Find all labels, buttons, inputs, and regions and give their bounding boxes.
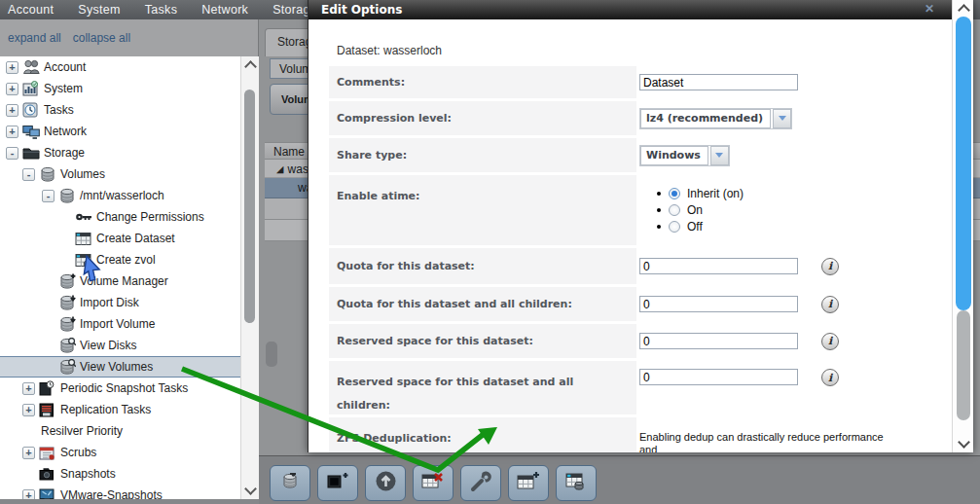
dropdown-arrow-icon[interactable] bbox=[773, 109, 791, 128]
menu-item-system[interactable]: System bbox=[78, 3, 120, 17]
menu-item-account[interactable]: Account bbox=[8, 3, 54, 17]
tree-item-scrubs[interactable]: +Scrubs bbox=[0, 442, 240, 463]
scroll-down-icon[interactable] bbox=[244, 483, 257, 495]
tree-item-label: Volume Manager bbox=[80, 274, 168, 288]
field-label-cell: Compression level: bbox=[329, 101, 636, 135]
change-permissions-button[interactable] bbox=[270, 465, 310, 501]
scroll-up-icon[interactable] bbox=[244, 60, 257, 73]
compression-level-select[interactable]: lz4 (recommended) bbox=[639, 108, 792, 129]
tree-item-replication-tasks[interactable]: +Replication Tasks bbox=[0, 399, 240, 420]
create-dataset-button[interactable] bbox=[508, 465, 549, 501]
radio-button[interactable] bbox=[669, 221, 680, 233]
field-control: i bbox=[639, 361, 839, 414]
tree-item-label: Resilver Priority bbox=[41, 424, 123, 438]
reserved-space-for-this-dataset-input[interactable] bbox=[639, 333, 798, 349]
sidebar-bottom-strip bbox=[0, 499, 259, 504]
expand-icon[interactable]: + bbox=[22, 447, 35, 459]
tree-item-volume-manager[interactable]: Volume Manager bbox=[0, 270, 240, 292]
quota-for-this-dataset-and-all-children-input[interactable] bbox=[639, 296, 798, 312]
radio-button-selected[interactable] bbox=[669, 188, 680, 199]
tree-item-periodic-snapshot-tasks[interactable]: +Periodic Snapshot Tasks bbox=[0, 378, 240, 399]
page-clock-icon bbox=[39, 380, 58, 396]
dialog-scrollbar-secondary-thumb[interactable] bbox=[957, 310, 970, 420]
tree-item-storage[interactable]: -Storage bbox=[0, 142, 240, 163]
expand-icon[interactable]: + bbox=[22, 382, 35, 395]
close-icon[interactable]: ✕ bbox=[925, 2, 934, 16]
edit-options-form: Comments:Compression level:lz4 (recommen… bbox=[309, 66, 952, 452]
dialog-header[interactable]: Edit Options ✕ bbox=[309, 0, 952, 19]
field-label: Enable atime: bbox=[329, 175, 601, 208]
menu-item-tasks[interactable]: Tasks bbox=[145, 3, 177, 17]
expand-icon[interactable]: + bbox=[6, 126, 18, 138]
bottom-toolbar bbox=[259, 455, 980, 504]
info-icon[interactable]: i bbox=[821, 296, 839, 313]
sidebar-scrollbar-thumb[interactable] bbox=[244, 90, 255, 323]
info-icon[interactable]: i bbox=[821, 333, 839, 350]
tree-item-view-volumes[interactable]: View Volumes bbox=[0, 356, 240, 378]
grid-scrollbar-thumb[interactable] bbox=[266, 342, 277, 367]
expand-icon[interactable]: + bbox=[6, 104, 18, 117]
menu-item-network[interactable]: Network bbox=[201, 3, 248, 17]
tree-item-label: Create Dataset bbox=[96, 232, 175, 245]
tree-item-create-zvol[interactable]: Create zvol bbox=[0, 249, 240, 270]
destroy-dataset-button[interactable] bbox=[413, 465, 454, 501]
radio-option-off[interactable]: Off bbox=[639, 218, 744, 234]
field-control: i bbox=[639, 287, 839, 321]
quota-for-this-dataset-input[interactable] bbox=[639, 258, 798, 274]
form-row-zfs-deduplication: ZFS Deduplication:Enabling dedup can dra… bbox=[309, 417, 952, 452]
scroll-up-icon[interactable] bbox=[958, 4, 970, 17]
selected-value: Windows bbox=[640, 146, 708, 165]
tree-item-import-volume[interactable]: Import Volume bbox=[0, 313, 240, 335]
sidebar-scrollbar[interactable] bbox=[240, 56, 259, 499]
sidebar-header: expand all collapse all bbox=[0, 19, 258, 56]
collapse-icon[interactable]: - bbox=[22, 168, 35, 181]
tree-item-label: Create zvol bbox=[96, 253, 156, 267]
tree-item-account[interactable]: +Account bbox=[0, 56, 240, 78]
tree-item-vmware-snapshots[interactable]: +VMware-Snapshots bbox=[0, 485, 240, 499]
expand-icon[interactable]: + bbox=[22, 489, 35, 500]
radio-button[interactable] bbox=[669, 204, 680, 216]
radio-option-on[interactable]: On bbox=[639, 201, 744, 218]
scroll-down-icon[interactable] bbox=[958, 436, 970, 449]
list-bullet bbox=[657, 225, 661, 229]
expand-icon[interactable]: + bbox=[6, 83, 18, 95]
list-bullet bbox=[657, 208, 661, 212]
tree-item-view-disks[interactable]: View Disks bbox=[0, 335, 240, 356]
dialog-scrollbar[interactable] bbox=[952, 0, 973, 452]
edit-options-button[interactable] bbox=[460, 465, 501, 501]
expand-icon[interactable]: + bbox=[6, 61, 18, 74]
folder-icon bbox=[22, 146, 42, 160]
dedup-warning-text: Enabling dedup can drastically reduce pe… bbox=[639, 431, 951, 452]
tree-item-snapshots[interactable]: Snapshots bbox=[0, 463, 240, 485]
upgrade-icon bbox=[375, 470, 397, 496]
tree-item-import-disk[interactable]: Import Disk bbox=[0, 292, 240, 313]
create-zvol-button[interactable] bbox=[556, 465, 597, 501]
tree-item-create-dataset[interactable]: Create Dataset bbox=[0, 228, 240, 249]
upgrade-button[interactable] bbox=[365, 465, 406, 501]
field-label: ZFS Deduplication: bbox=[329, 417, 601, 450]
create-snapshot-button[interactable] bbox=[317, 465, 358, 501]
reserved-space-for-this-dataset-and-all-children-input[interactable] bbox=[639, 369, 798, 385]
info-icon[interactable]: i bbox=[821, 258, 839, 275]
comments-input[interactable] bbox=[639, 74, 798, 90]
expand-icon[interactable]: + bbox=[22, 404, 35, 416]
collapse-all-link[interactable]: collapse all bbox=[73, 31, 130, 45]
tree-item-change-permissions[interactable]: Change Permissions bbox=[0, 206, 240, 228]
dropdown-arrow-icon[interactable] bbox=[710, 146, 729, 165]
share-type-select[interactable]: Windows bbox=[639, 145, 730, 166]
tree-item-volumes[interactable]: -Volumes bbox=[0, 163, 240, 185]
tree-item-system[interactable]: +System bbox=[0, 78, 240, 99]
collapse-icon[interactable]: - bbox=[42, 190, 54, 202]
sidebar: expand all collapse all +Account+System+… bbox=[0, 19, 259, 499]
expando-icon[interactable]: ◢ bbox=[276, 163, 283, 174]
collapse-icon[interactable]: - bbox=[6, 147, 18, 160]
radio-option-inherit-on[interactable]: Inherit (on) bbox=[639, 185, 744, 201]
tree-item-network[interactable]: +Network bbox=[0, 121, 240, 142]
dialog-scrollbar-thumb[interactable] bbox=[956, 17, 971, 310]
info-icon[interactable]: i bbox=[821, 369, 839, 386]
expand-all-link[interactable]: expand all bbox=[8, 31, 61, 45]
tree-item-tasks[interactable]: +Tasks bbox=[0, 99, 240, 121]
tree-item-resilver-priority[interactable]: Resilver Priority bbox=[0, 420, 240, 442]
tree-item-mnt-wasserloch[interactable]: -/mnt/wasserloch bbox=[0, 185, 240, 206]
clock-icon bbox=[22, 102, 42, 118]
